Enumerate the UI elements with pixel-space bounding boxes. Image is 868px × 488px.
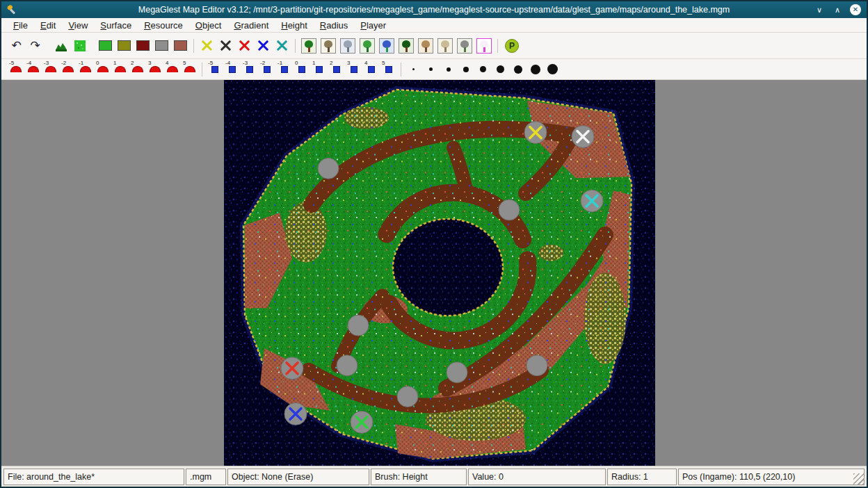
gradient-brush-icon	[351, 66, 357, 73]
map-canvas-area[interactable]	[1, 80, 867, 466]
gradient-brush-button[interactable]: 2	[328, 60, 345, 79]
object-stem-icon	[308, 47, 310, 52]
height-brush-icon	[132, 66, 143, 72]
height-brush-button[interactable]: 0	[94, 60, 111, 79]
grass-brush-button[interactable]	[51, 36, 70, 56]
gradient-brush-icon	[368, 66, 375, 73]
menu-item[interactable]: Radius	[314, 19, 354, 32]
menu-item[interactable]: Player	[354, 19, 392, 32]
object-tool-button[interactable]	[437, 38, 453, 54]
object-tool-button[interactable]	[340, 38, 355, 54]
gradient-brush-button[interactable]: 4	[362, 60, 380, 79]
radius-button[interactable]	[440, 60, 457, 79]
menu-item[interactable]: Resource	[138, 19, 189, 32]
gradient-brush-button[interactable]: 5	[380, 60, 397, 79]
window-title: MegaGlest Map Editor v3.12; /mnt/3-parti…	[1, 5, 867, 15]
gradient-brush-button[interactable]: -5	[206, 60, 223, 79]
radius-button[interactable]	[405, 60, 422, 79]
gradient-brush-icon	[264, 66, 271, 73]
radius-button[interactable]	[544, 60, 561, 79]
height-brush-button[interactable]: 4	[163, 60, 181, 79]
status-field-text: Brush: Height	[375, 472, 428, 482]
height-brush-button[interactable]: -2	[59, 60, 77, 79]
close-button[interactable]: ✕	[850, 4, 861, 15]
menu-item[interactable]: Surface	[94, 19, 138, 32]
wrench-icon	[7, 5, 17, 15]
object-tool-button[interactable]	[399, 38, 414, 54]
surface-swatch-icon	[155, 40, 168, 51]
height-brush-button[interactable]: 5	[181, 60, 198, 79]
object-stem-icon	[386, 47, 388, 52]
resource-mark-button[interactable]	[198, 36, 216, 56]
object-tool-button[interactable]	[457, 38, 472, 54]
gradient-brush-button[interactable]: -4	[223, 60, 241, 79]
gradient-brush-button[interactable]: 3	[345, 60, 362, 79]
map-view[interactable]	[224, 80, 655, 466]
radius-button[interactable]	[422, 60, 440, 79]
height-brush-button[interactable]: -4	[24, 60, 42, 79]
surface-swatch-button[interactable]	[115, 36, 134, 56]
height-brush-value: -4	[26, 60, 31, 66]
height-brush-button[interactable]: -1	[77, 60, 94, 79]
height-brush-button[interactable]: -5	[7, 60, 24, 79]
resize-grip-icon[interactable]	[853, 473, 865, 485]
surface-swatch-button[interactable]	[134, 36, 152, 56]
gradient-brush-button[interactable]: -3	[241, 60, 258, 79]
menu-item[interactable]: File	[7, 19, 34, 32]
surface-swatch-button[interactable]	[96, 36, 115, 56]
player-button[interactable]: P	[501, 36, 522, 56]
gradient-brush-value: 0	[295, 60, 298, 66]
height-brush-button[interactable]: 2	[129, 60, 146, 79]
app-window: MegaGlest Map Editor v3.12; /mnt/3-parti…	[0, 0, 868, 488]
object-tool-button[interactable]	[476, 38, 492, 54]
gradient-brush-button[interactable]: -1	[275, 60, 293, 79]
menu-item[interactable]: Gradient	[227, 19, 275, 32]
gradient-brush-value: 2	[330, 60, 332, 66]
statusbar: File: around_the_lake* .mgm Object: None…	[1, 466, 867, 487]
gradient-brush-button[interactable]: -2	[258, 60, 275, 79]
menu-item[interactable]: Height	[275, 19, 314, 32]
status-field: Pos (Ingame): 110,5 (220,10)	[678, 469, 865, 485]
gradient-brush-button[interactable]: 0	[293, 60, 310, 79]
surface-swatch-button[interactable]	[171, 36, 190, 56]
menu-item[interactable]: Edit	[34, 19, 62, 32]
radius-button[interactable]	[457, 60, 474, 79]
secondary-grass-brush-button[interactable]	[70, 36, 89, 56]
resource-mark-button[interactable]	[235, 36, 254, 56]
player-start-marker	[524, 122, 547, 144]
resource-mark-button[interactable]	[273, 36, 291, 56]
radius-button[interactable]	[527, 60, 544, 79]
gradient-brush-icon	[246, 66, 253, 73]
gradient-brush-icon	[316, 66, 323, 73]
window-controls: ∨ ∧ ✕	[814, 4, 861, 15]
object-tool-button[interactable]	[418, 38, 433, 54]
resource-mark-button[interactable]	[254, 36, 273, 56]
maximize-button[interactable]: ∧	[832, 4, 843, 15]
redo-button[interactable]: ↷	[26, 36, 45, 56]
object-stem-icon	[444, 47, 447, 52]
stone-patch	[447, 362, 467, 383]
radius-button[interactable]	[492, 60, 509, 79]
height-brush-button[interactable]: 3	[146, 60, 163, 79]
stone-patch	[499, 200, 520, 220]
menu-item[interactable]: Object	[189, 19, 228, 32]
app-icon[interactable]	[7, 4, 18, 15]
gradient-brush-value: 3	[347, 60, 350, 66]
height-brush-button[interactable]: 1	[111, 60, 129, 79]
radius-button[interactable]	[509, 60, 527, 79]
main-toolbar: ↶ ↷	[1, 33, 867, 59]
undo-button[interactable]: ↶	[7, 36, 26, 56]
object-tool-button[interactable]	[379, 38, 394, 54]
radius-dot-icon	[463, 67, 469, 72]
minimize-button[interactable]: ∨	[814, 4, 825, 15]
object-tool-button[interactable]	[321, 38, 336, 54]
menu-item[interactable]: View	[62, 19, 94, 32]
surface-swatch-button[interactable]	[152, 36, 171, 56]
height-brush-button[interactable]: -3	[42, 60, 59, 79]
resource-mark-button[interactable]	[216, 36, 235, 56]
radius-button[interactable]	[474, 60, 492, 79]
titlebar[interactable]: MegaGlest Map Editor v3.12; /mnt/3-parti…	[1, 1, 867, 18]
gradient-brush-button[interactable]: 1	[310, 60, 328, 79]
object-tool-button[interactable]	[360, 38, 375, 54]
object-tool-button[interactable]	[301, 38, 316, 54]
